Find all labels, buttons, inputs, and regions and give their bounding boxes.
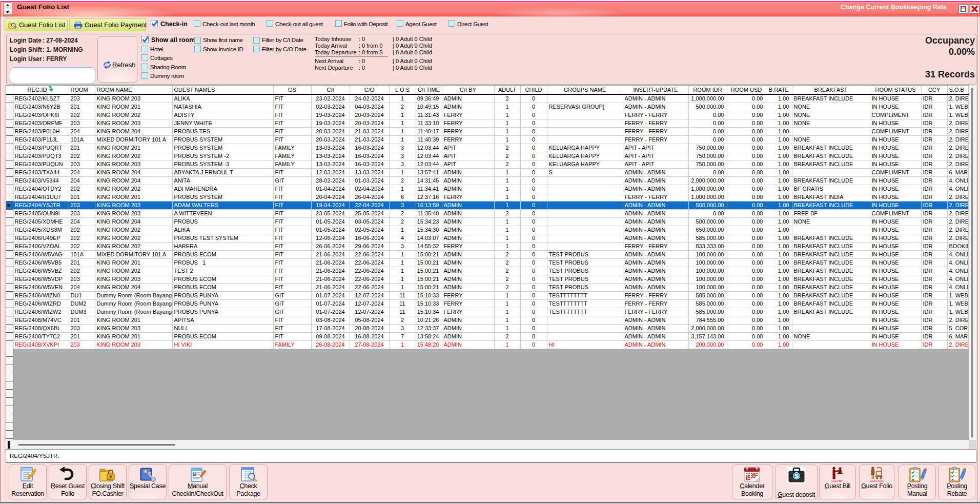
svg-text:$: $: [794, 472, 799, 480]
